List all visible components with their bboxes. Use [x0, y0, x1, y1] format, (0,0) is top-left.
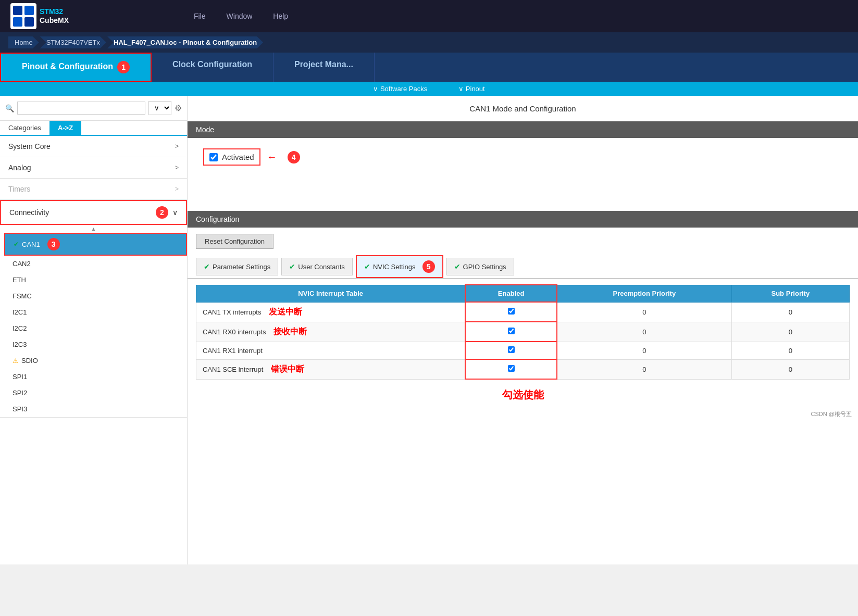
tab-pinout[interactable]: Pinout & Configuration1: [0, 53, 152, 82]
sidebar: 🔍 ∨ ⚙ Categories A->Z System Core > Anal…: [0, 96, 188, 564]
activated-label: Activated: [222, 153, 254, 161]
gpio-check-icon: ✔: [454, 262, 461, 271]
nvic-row3-enabled[interactable]: [465, 342, 557, 359]
activated-checkbox-container[interactable]: Activated: [203, 148, 260, 166]
cn-receive: 接收中断: [273, 327, 307, 336]
section-system-core: System Core >: [0, 136, 187, 157]
menu-help[interactable]: Help: [273, 12, 288, 20]
config-section-header: Configuration: [188, 211, 858, 228]
logo-text: STM32 CubeMX: [40, 7, 69, 25]
timers-header[interactable]: Timers >: [0, 179, 187, 199]
software-packs-btn[interactable]: ∨ Software Packs: [373, 85, 427, 93]
analog-header[interactable]: Analog >: [0, 157, 187, 178]
svg-rect-2: [13, 17, 22, 27]
gear-icon[interactable]: ⚙: [175, 103, 182, 113]
sidebar-item-spi2[interactable]: SPI2: [4, 385, 187, 401]
sidebar-item-spi3[interactable]: SPI3: [4, 401, 187, 417]
annotation-3: 3: [47, 238, 60, 250]
nvic-row1-name: CAN1 TX interrupts 发送中断: [196, 302, 466, 322]
system-core-header[interactable]: System Core >: [0, 136, 187, 157]
sidebar-item-sdio[interactable]: ⚠ SDIO: [4, 353, 187, 369]
section-timers: Timers >: [0, 179, 187, 200]
connectivity-header[interactable]: Connectivity 2 ∨: [0, 200, 187, 225]
search-dropdown[interactable]: ∨: [148, 101, 171, 115]
menu-file[interactable]: File: [194, 12, 206, 20]
sidebar-item-can2[interactable]: CAN2: [4, 256, 187, 272]
annotation-4: 4: [288, 151, 300, 164]
logo-area: STM32 CubeMX: [10, 3, 69, 29]
system-core-chevron: >: [175, 143, 179, 150]
config-tabs: ✔ Parameter Settings ✔ User Constants ✔ …: [188, 255, 858, 279]
tab-parameter-settings[interactable]: ✔ Parameter Settings: [196, 258, 278, 275]
menu-bar: File Window Help: [194, 12, 288, 20]
content-title: CAN1 Mode and Configuration: [188, 96, 858, 121]
nvic-row4-checkbox[interactable]: [508, 365, 515, 372]
nvic-row2-preemption: 0: [557, 322, 731, 342]
logo-box: [10, 3, 36, 29]
nvic-row4-enabled[interactable]: [465, 359, 557, 379]
nvic-col-preemption: Preemption Priority: [557, 285, 731, 302]
sub-toolbar: ∨ Software Packs ∨ Pinout: [0, 82, 858, 96]
tab-user-constants[interactable]: ✔ User Constants: [281, 258, 353, 275]
cn-send: 发送中断: [269, 307, 302, 316]
tab-categories[interactable]: Categories: [0, 121, 49, 135]
footer: CSDN @根号五: [188, 407, 858, 421]
tab-bar: Pinout & Configuration1 Clock Configurat…: [0, 53, 858, 82]
sidebar-item-eth[interactable]: ETH: [4, 272, 187, 288]
nvic-row3-preemption: 0: [557, 342, 731, 359]
nvic-row4-sub: 0: [731, 359, 849, 379]
tab-project[interactable]: Project Mana...: [273, 53, 375, 82]
tab-gpio-settings[interactable]: ✔ GPIO Settings: [446, 258, 514, 275]
breadcrumb: Home STM32F407VETx HAL_F407_CAN.ioc - Pi…: [0, 32, 858, 53]
breadcrumb-home[interactable]: Home: [8, 36, 39, 48]
pinout-btn[interactable]: ∨ Pinout: [458, 85, 484, 93]
sidebar-item-i2c3[interactable]: I2C3: [4, 336, 187, 353]
svg-rect-0: [13, 6, 22, 15]
sdio-warning-icon: ⚠: [13, 357, 18, 364]
search-input[interactable]: [17, 102, 145, 115]
nvic-row4-name: CAN1 SCE interrupt 错误中断: [196, 359, 466, 379]
user-check-icon: ✔: [289, 262, 295, 271]
nvic-col-enabled: Enabled: [465, 285, 557, 302]
nvic-col-name: NVIC Interrupt Table: [196, 285, 466, 302]
table-row: CAN1 TX interrupts 发送中断 0 0: [196, 302, 850, 322]
main-layout: 🔍 ∨ ⚙ Categories A->Z System Core > Anal…: [0, 96, 858, 564]
svg-rect-3: [24, 17, 34, 27]
nvic-row3-checkbox[interactable]: [508, 346, 515, 353]
breadcrumb-mcu[interactable]: STM32F407VETx: [40, 36, 106, 48]
sidebar-item-i2c1[interactable]: I2C1: [4, 304, 187, 320]
sidebar-item-spi1[interactable]: SPI1: [4, 369, 187, 385]
activated-checkbox[interactable]: [209, 153, 218, 161]
nvic-row2-enabled[interactable]: [465, 322, 557, 342]
menu-window[interactable]: Window: [227, 12, 253, 20]
can1-check-icon: ✔: [14, 241, 19, 248]
nvic-row1-sub: 0: [731, 302, 849, 322]
nvic-check-icon: ✔: [364, 262, 370, 271]
nvic-row2-checkbox[interactable]: [508, 328, 515, 334]
analog-chevron: >: [175, 164, 179, 171]
top-bar: STM32 CubeMX File Window Help: [0, 0, 858, 32]
cn-enable-text: 勾选使能: [502, 389, 544, 400]
breadcrumb-file[interactable]: HAL_F407_CAN.ioc - Pinout & Configuratio…: [107, 36, 263, 48]
connectivity-chevron: ∨: [172, 208, 178, 217]
nvic-row3-name: CAN1 RX1 interrupt: [196, 342, 466, 359]
sidebar-search: 🔍 ∨ ⚙: [0, 96, 187, 121]
sidebar-item-i2c2[interactable]: I2C2: [4, 320, 187, 336]
tab-clock[interactable]: Clock Configuration: [152, 53, 273, 82]
nvic-row1-enabled[interactable]: [465, 302, 557, 322]
nvic-row1-checkbox[interactable]: [508, 308, 515, 315]
mode-section-header: Mode: [188, 121, 858, 138]
tab-az[interactable]: A->Z: [49, 121, 81, 135]
reset-config-button[interactable]: Reset Configuration: [196, 234, 273, 249]
mode-section: Activated ← 4: [188, 138, 858, 200]
cn-error: 错误中断: [271, 364, 304, 373]
svg-rect-1: [24, 6, 34, 15]
sidebar-item-can1[interactable]: ✔ CAN1 3: [4, 233, 187, 256]
nvic-col-sub: Sub Priority: [731, 285, 849, 302]
nvic-row3-sub: 0: [731, 342, 849, 359]
table-row: CAN1 RX1 interrupt 0 0: [196, 342, 850, 359]
nvic-row1-preemption: 0: [557, 302, 731, 322]
sidebar-item-fsmc[interactable]: FSMC: [4, 288, 187, 304]
tab-nvic-settings[interactable]: ✔ NVIC Settings 5: [356, 255, 443, 278]
annotation-2: 2: [156, 206, 168, 219]
